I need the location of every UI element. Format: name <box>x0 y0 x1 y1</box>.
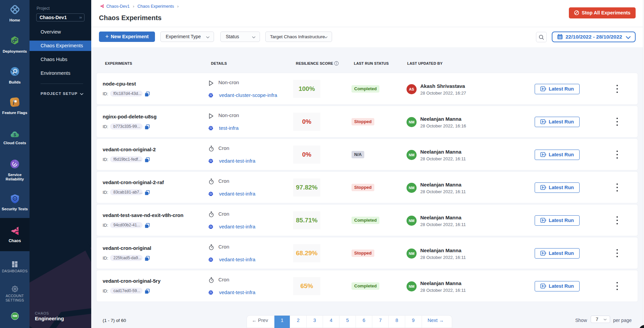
svg-text:$: $ <box>13 132 16 137</box>
